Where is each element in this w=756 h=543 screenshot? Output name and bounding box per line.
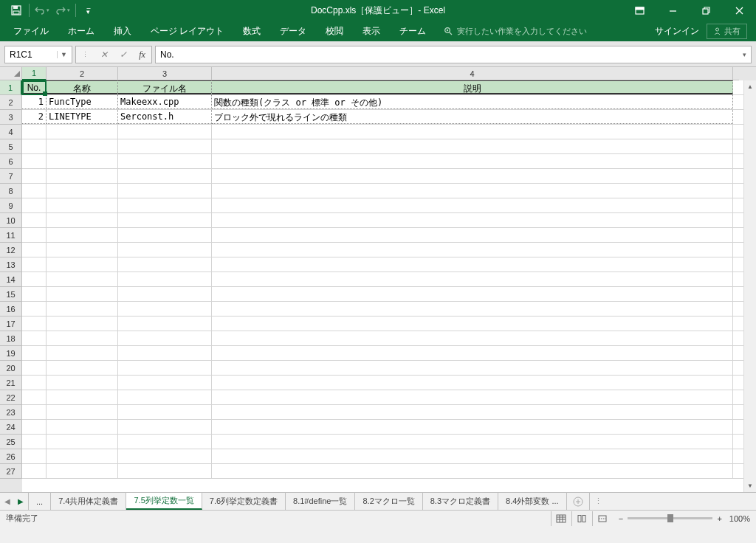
cell[interactable] — [22, 464, 47, 478]
cell[interactable] — [212, 435, 733, 449]
cell[interactable] — [22, 405, 47, 419]
sheet-tab[interactable]: 8.2マクロ一覧 — [355, 493, 422, 510]
cell[interactable] — [733, 464, 739, 478]
cell[interactable] — [47, 272, 118, 286]
cell[interactable] — [118, 420, 212, 434]
cell[interactable] — [47, 346, 118, 360]
cell[interactable] — [22, 361, 47, 375]
cell[interactable] — [47, 449, 118, 463]
cell[interactable]: 関数の種類(クラス or 標準 or その他) — [212, 95, 733, 109]
cell[interactable] — [47, 213, 118, 227]
ribbon-tab[interactable]: ファイル — [4, 21, 58, 41]
cell[interactable] — [733, 154, 739, 168]
cell[interactable] — [118, 317, 212, 331]
zoom-out-icon[interactable]: − — [619, 514, 623, 523]
ribbon-tab[interactable]: データ — [271, 21, 315, 41]
cell[interactable] — [47, 361, 118, 375]
sheet-tab[interactable]: 7.5列挙定数一覧 — [126, 493, 202, 510]
row-header[interactable]: 14 — [0, 272, 22, 287]
enter-formula-icon[interactable]: ✓ — [120, 49, 127, 60]
zoom-in-icon[interactable]: + — [717, 514, 721, 523]
cell[interactable] — [22, 154, 47, 168]
ribbon-tab[interactable]: ホーム — [59, 21, 103, 41]
close-button[interactable] — [723, 0, 756, 21]
column-header[interactable]: 2 — [47, 67, 118, 80]
cell[interactable]: 1 — [22, 95, 47, 109]
cell[interactable]: Makeexx.cpp — [118, 95, 212, 109]
column-header[interactable]: 1 — [22, 67, 47, 80]
cell[interactable] — [733, 95, 739, 109]
column-header[interactable]: 3 — [118, 67, 212, 80]
maximize-button[interactable] — [690, 0, 723, 21]
cell[interactable] — [118, 169, 212, 183]
cell[interactable] — [47, 125, 118, 139]
cell[interactable] — [733, 169, 739, 183]
cell[interactable] — [22, 376, 47, 390]
name-box[interactable]: R1C1 ▼ — [4, 46, 72, 63]
cell[interactable] — [733, 449, 739, 463]
cell[interactable] — [118, 361, 212, 375]
cell[interactable] — [733, 213, 739, 227]
cell[interactable] — [212, 317, 733, 331]
row-header[interactable]: 13 — [0, 257, 22, 272]
sheet-tab[interactable]: 8.4外部変数 ... — [498, 493, 567, 510]
row-header[interactable]: 19 — [0, 346, 22, 361]
cell[interactable] — [47, 435, 118, 449]
row-header[interactable]: 23 — [0, 405, 22, 420]
cell[interactable] — [212, 213, 733, 227]
sheet-tab[interactable]: 8.1#define一覧 — [286, 493, 355, 510]
cell[interactable] — [47, 420, 118, 434]
cell[interactable] — [118, 331, 212, 345]
row-header[interactable]: 22 — [0, 390, 22, 405]
cell[interactable] — [733, 346, 739, 360]
cell[interactable] — [47, 198, 118, 212]
cell[interactable] — [22, 243, 47, 257]
cell[interactable] — [733, 198, 739, 212]
row-header[interactable]: 17 — [0, 317, 22, 331]
cell[interactable] — [118, 435, 212, 449]
cell[interactable] — [47, 390, 118, 404]
cell[interactable]: 名称 — [47, 80, 118, 94]
cell[interactable] — [47, 302, 118, 316]
qat-customize-icon[interactable]: –▾ — [78, 1, 99, 20]
cells-area[interactable]: No.名称ファイル名説明1FuncTypeMakeexx.cpp関数の種類(クラ… — [22, 80, 743, 492]
sheet-nav[interactable]: ◀ ▶ — [0, 493, 29, 510]
cell[interactable] — [118, 287, 212, 301]
cell[interactable] — [733, 331, 739, 345]
cell[interactable] — [22, 169, 47, 183]
column-header-partial[interactable] — [733, 67, 739, 80]
cell[interactable] — [118, 139, 212, 153]
cell[interactable] — [733, 302, 739, 316]
ribbon-tab[interactable]: 校閲 — [317, 21, 352, 41]
cell[interactable] — [118, 257, 212, 272]
cell[interactable] — [733, 435, 739, 449]
add-sheet-button[interactable] — [567, 493, 590, 510]
ribbon-tab[interactable]: 表示 — [354, 21, 389, 41]
row-header[interactable]: 7 — [0, 169, 22, 184]
cell[interactable] — [118, 376, 212, 390]
ribbon-tab[interactable]: 挿入 — [105, 21, 140, 41]
ribbon-display-button[interactable] — [623, 0, 656, 21]
sheet-options-icon[interactable]: ⋮ — [590, 493, 607, 510]
cell[interactable] — [22, 287, 47, 301]
cell[interactable] — [47, 243, 118, 257]
cell[interactable] — [47, 287, 118, 301]
cell[interactable] — [22, 228, 47, 242]
row-header[interactable]: 15 — [0, 287, 22, 302]
horizontal-scrollbar[interactable] — [607, 493, 756, 510]
sheet-nav-next-icon[interactable]: ▶ — [18, 497, 24, 505]
normal-view-button[interactable] — [551, 511, 571, 526]
cell[interactable] — [22, 184, 47, 198]
cell[interactable]: FuncType — [47, 95, 118, 109]
row-header[interactable]: 9 — [0, 198, 22, 213]
cell[interactable] — [733, 405, 739, 419]
cell[interactable] — [118, 272, 212, 286]
cell[interactable] — [47, 376, 118, 390]
row-header[interactable]: 11 — [0, 228, 22, 243]
cell[interactable] — [212, 198, 733, 212]
cell[interactable] — [733, 257, 739, 272]
sheet-tab[interactable]: 7.6列挙定数定義書 — [202, 493, 286, 510]
cell[interactable] — [118, 125, 212, 139]
cell[interactable]: ファイル名 — [118, 80, 212, 94]
cell[interactable] — [733, 139, 739, 153]
